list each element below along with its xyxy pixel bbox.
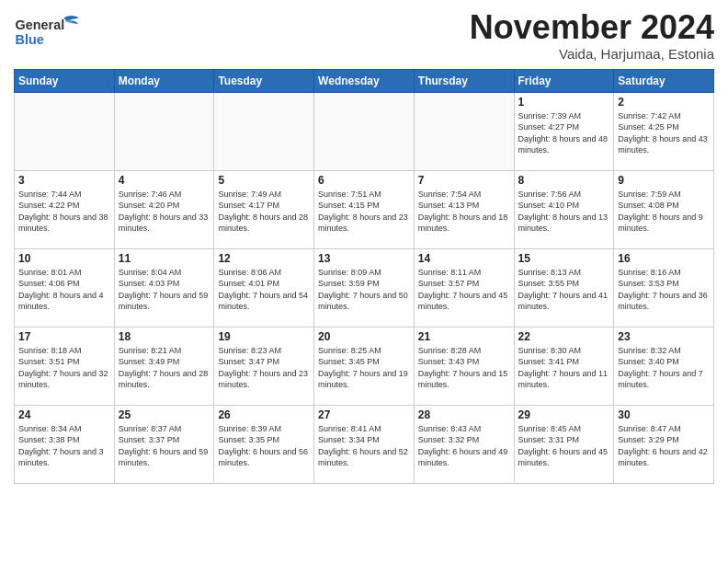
day-number: 20 [318, 330, 410, 343]
month-title: November 2024 [470, 9, 714, 46]
day-info: Sunrise: 8:32 AM Sunset: 3:40 PM Dayligh… [618, 345, 710, 391]
day-number: 28 [418, 408, 510, 421]
calendar-week-3: 10Sunrise: 8:01 AM Sunset: 4:06 PM Dayli… [15, 248, 714, 327]
day-info: Sunrise: 8:18 AM Sunset: 3:51 PM Dayligh… [18, 345, 110, 391]
day-number: 1 [518, 96, 610, 109]
calendar-day: 4Sunrise: 7:46 AM Sunset: 4:20 PM Daylig… [114, 170, 214, 248]
day-info: Sunrise: 8:13 AM Sunset: 3:55 PM Dayligh… [518, 267, 610, 313]
day-info: Sunrise: 7:56 AM Sunset: 4:10 PM Dayligh… [518, 189, 610, 235]
col-tuesday: Tuesday [214, 69, 314, 92]
day-number: 25 [119, 408, 210, 421]
day-info: Sunrise: 8:11 AM Sunset: 3:57 PM Dayligh… [418, 267, 510, 313]
col-friday: Friday [514, 69, 614, 92]
day-number: 15 [518, 252, 610, 265]
calendar-day: 9Sunrise: 7:59 AM Sunset: 4:08 PM Daylig… [614, 170, 714, 248]
day-number: 2 [618, 96, 710, 109]
day-info: Sunrise: 8:01 AM Sunset: 4:06 PM Dayligh… [18, 267, 110, 313]
day-number: 7 [418, 174, 510, 187]
day-info: Sunrise: 7:44 AM Sunset: 4:22 PM Dayligh… [18, 189, 110, 235]
day-number: 21 [418, 330, 510, 343]
day-info: Sunrise: 7:39 AM Sunset: 4:27 PM Dayligh… [518, 110, 610, 156]
calendar-day: 13Sunrise: 8:09 AM Sunset: 3:59 PM Dayli… [314, 248, 415, 327]
title-section: November 2024 Vaida, Harjumaa, Estonia [470, 9, 714, 62]
day-number: 4 [119, 174, 210, 187]
day-info: Sunrise: 8:04 AM Sunset: 4:03 PM Dayligh… [119, 267, 210, 313]
day-info: Sunrise: 8:21 AM Sunset: 3:49 PM Dayligh… [119, 345, 210, 391]
logo: General Blue [14, 9, 87, 55]
logo-svg: General Blue [14, 9, 87, 55]
day-info: Sunrise: 7:46 AM Sunset: 4:20 PM Dayligh… [119, 189, 210, 235]
calendar-day: 3Sunrise: 7:44 AM Sunset: 4:22 PM Daylig… [15, 170, 115, 248]
calendar-week-2: 3Sunrise: 7:44 AM Sunset: 4:22 PM Daylig… [15, 170, 714, 248]
calendar-week-4: 17Sunrise: 8:18 AM Sunset: 3:51 PM Dayli… [15, 327, 714, 405]
calendar-header: Sunday Monday Tuesday Wednesday Thursday… [15, 69, 714, 92]
weekday-row: Sunday Monday Tuesday Wednesday Thursday… [15, 69, 714, 92]
calendar-day: 30Sunrise: 8:47 AM Sunset: 3:29 PM Dayli… [614, 405, 714, 483]
calendar-day: 6Sunrise: 7:51 AM Sunset: 4:15 PM Daylig… [314, 170, 415, 248]
day-number: 16 [618, 252, 710, 265]
calendar-day: 28Sunrise: 8:43 AM Sunset: 3:32 PM Dayli… [414, 405, 514, 483]
calendar-day: 27Sunrise: 8:41 AM Sunset: 3:34 PM Dayli… [314, 405, 415, 483]
calendar-day [114, 92, 214, 170]
calendar-day [214, 92, 314, 170]
calendar-day: 14Sunrise: 8:11 AM Sunset: 3:57 PM Dayli… [414, 248, 514, 327]
day-info: Sunrise: 8:43 AM Sunset: 3:32 PM Dayligh… [418, 423, 510, 469]
day-number: 27 [318, 408, 410, 421]
calendar-day: 5Sunrise: 7:49 AM Sunset: 4:17 PM Daylig… [214, 170, 314, 248]
calendar-day: 16Sunrise: 8:16 AM Sunset: 3:53 PM Dayli… [614, 248, 714, 327]
day-number: 3 [18, 174, 110, 187]
calendar-day: 10Sunrise: 8:01 AM Sunset: 4:06 PM Dayli… [15, 248, 115, 327]
col-thursday: Thursday [414, 69, 514, 92]
day-info: Sunrise: 8:34 AM Sunset: 3:38 PM Dayligh… [18, 423, 110, 469]
day-info: Sunrise: 8:16 AM Sunset: 3:53 PM Dayligh… [618, 267, 710, 313]
day-number: 29 [518, 408, 610, 421]
day-number: 22 [518, 330, 610, 343]
day-info: Sunrise: 7:59 AM Sunset: 4:08 PM Dayligh… [618, 189, 710, 235]
day-number: 13 [318, 252, 410, 265]
calendar-day: 24Sunrise: 8:34 AM Sunset: 3:38 PM Dayli… [15, 405, 115, 483]
calendar-day: 2Sunrise: 7:42 AM Sunset: 4:25 PM Daylig… [614, 92, 714, 170]
svg-text:General: General [16, 17, 65, 32]
calendar-body: 1Sunrise: 7:39 AM Sunset: 4:27 PM Daylig… [15, 92, 714, 483]
calendar-day: 8Sunrise: 7:56 AM Sunset: 4:10 PM Daylig… [514, 170, 614, 248]
day-number: 30 [618, 408, 710, 421]
calendar-table: Sunday Monday Tuesday Wednesday Thursday… [14, 69, 714, 484]
day-info: Sunrise: 8:47 AM Sunset: 3:29 PM Dayligh… [618, 423, 710, 469]
day-info: Sunrise: 8:45 AM Sunset: 3:31 PM Dayligh… [518, 423, 610, 469]
svg-text:Blue: Blue [16, 32, 44, 47]
calendar-day: 26Sunrise: 8:39 AM Sunset: 3:35 PM Dayli… [214, 405, 314, 483]
day-info: Sunrise: 8:41 AM Sunset: 3:34 PM Dayligh… [318, 423, 410, 469]
calendar-day: 7Sunrise: 7:54 AM Sunset: 4:13 PM Daylig… [414, 170, 514, 248]
day-number: 11 [119, 252, 210, 265]
calendar-week-1: 1Sunrise: 7:39 AM Sunset: 4:27 PM Daylig… [15, 92, 714, 170]
col-wednesday: Wednesday [314, 69, 415, 92]
calendar-day: 20Sunrise: 8:25 AM Sunset: 3:45 PM Dayli… [314, 327, 415, 405]
day-number: 10 [18, 252, 110, 265]
day-number: 17 [18, 330, 110, 343]
calendar-day: 17Sunrise: 8:18 AM Sunset: 3:51 PM Dayli… [15, 327, 115, 405]
subtitle: Vaida, Harjumaa, Estonia [470, 46, 714, 62]
calendar-day: 19Sunrise: 8:23 AM Sunset: 3:47 PM Dayli… [214, 327, 314, 405]
day-info: Sunrise: 7:51 AM Sunset: 4:15 PM Dayligh… [318, 189, 410, 235]
calendar-day [15, 92, 115, 170]
calendar-week-5: 24Sunrise: 8:34 AM Sunset: 3:38 PM Dayli… [15, 405, 714, 483]
calendar-day: 11Sunrise: 8:04 AM Sunset: 4:03 PM Dayli… [114, 248, 214, 327]
day-info: Sunrise: 8:39 AM Sunset: 3:35 PM Dayligh… [218, 423, 310, 469]
day-number: 24 [18, 408, 110, 421]
day-info: Sunrise: 8:25 AM Sunset: 3:45 PM Dayligh… [318, 345, 410, 391]
day-number: 14 [418, 252, 510, 265]
day-number: 5 [218, 174, 310, 187]
day-number: 23 [618, 330, 710, 343]
calendar-day: 29Sunrise: 8:45 AM Sunset: 3:31 PM Dayli… [514, 405, 614, 483]
calendar-day: 23Sunrise: 8:32 AM Sunset: 3:40 PM Dayli… [614, 327, 714, 405]
day-info: Sunrise: 7:42 AM Sunset: 4:25 PM Dayligh… [618, 110, 710, 156]
day-number: 26 [218, 408, 310, 421]
calendar-day [314, 92, 415, 170]
calendar-day: 12Sunrise: 8:06 AM Sunset: 4:01 PM Dayli… [214, 248, 314, 327]
day-info: Sunrise: 7:54 AM Sunset: 4:13 PM Dayligh… [418, 189, 510, 235]
day-info: Sunrise: 8:30 AM Sunset: 3:41 PM Dayligh… [518, 345, 610, 391]
day-info: Sunrise: 8:28 AM Sunset: 3:43 PM Dayligh… [418, 345, 510, 391]
calendar-day: 18Sunrise: 8:21 AM Sunset: 3:49 PM Dayli… [114, 327, 214, 405]
day-number: 9 [618, 174, 710, 187]
calendar-day: 1Sunrise: 7:39 AM Sunset: 4:27 PM Daylig… [514, 92, 614, 170]
